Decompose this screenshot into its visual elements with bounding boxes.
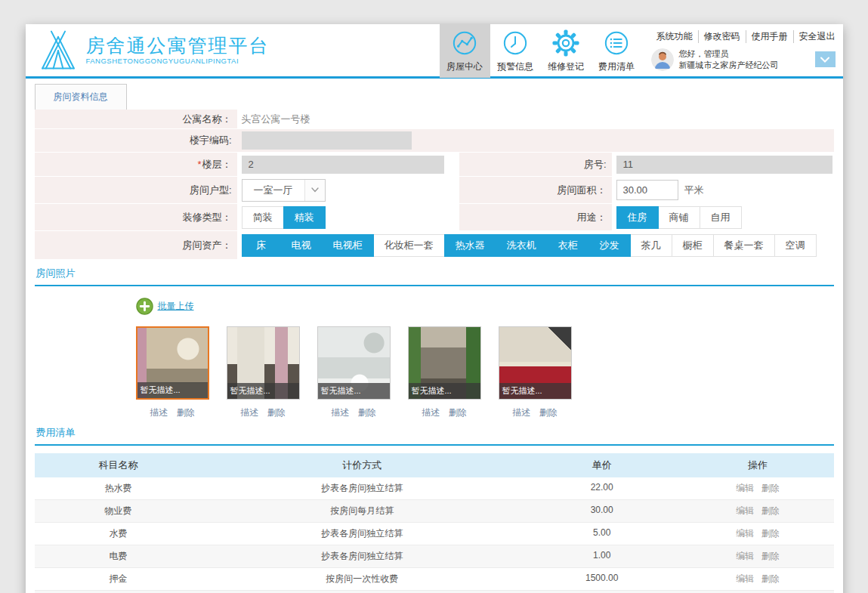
fee-delete-link[interactable]: 删除 [761,505,780,516]
photo-describe-link[interactable]: 描述 [422,407,440,418]
fee-edit-link[interactable]: 编辑 [736,483,754,493]
fees-table-body: 热水费 抄表各房间独立结算 22.00 编辑 删除 物业费 按房间每月结算 30… [35,477,834,593]
fee-delete-link[interactable]: 删除 [761,573,780,584]
photo-describe-link[interactable]: 描述 [150,407,168,418]
usage-option[interactable]: 商铺 [658,206,700,229]
photos-section-title: 房间照片 [35,260,834,286]
header-right: 系统功能 修改密码 使用手册 安全退出 您好，管理员 新疆城市之家房产经纪公司 [651,30,837,71]
tab-bar: 房间资料信息 [26,79,843,110]
asset-option[interactable]: 化妆柜一套 [373,234,445,257]
room-photo-thumbnail[interactable]: 暂无描述... [136,326,209,400]
photo-describe-link[interactable]: 描述 [331,407,349,418]
fee-pricing-method: 按房间一次性收费 [202,568,522,590]
photo-describe-link[interactable]: 描述 [512,407,530,418]
row-assets: 房间资产： 床 电视 电视柜 化妆柜一套 热水器 洗衣机 [35,231,834,260]
asset-option[interactable]: 沙发 [588,234,631,257]
photo-actions: 描述 删除 [499,406,572,419]
photo-item: 暂无描述... 描述 删除 [136,326,209,419]
room-photo-thumbnail[interactable]: 暂无描述... [317,326,391,400]
chevron-down-icon [304,180,325,201]
photo-delete-link[interactable]: 删除 [539,407,558,418]
asset-option[interactable]: 餐桌一套 [713,234,775,257]
fees-table: 科目名称 计价方式 单价 操作 热水费 抄表各房间独立结算 22.00 编辑 删… [35,453,834,593]
nav-item-fee-list[interactable]: 费用清单 [592,23,642,78]
usage-label: 用途： [459,204,612,230]
batch-upload-link[interactable]: 批量上传 [158,300,194,313]
photo-actions: 描述 删除 [227,406,300,419]
nav-item-house-center[interactable]: 房屋中心 [440,23,490,78]
decoration-label: 装修类型： [35,204,237,230]
room-photo-thumbnail[interactable]: 暂无描述... [408,326,481,400]
asset-option[interactable]: 茶几 [630,234,672,257]
photo-delete-link[interactable]: 删除 [358,407,376,418]
asset-option[interactable]: 床 [242,234,281,257]
room-area-field[interactable] [616,180,678,200]
room-photo-thumbnail[interactable]: 暂无描述... [227,326,300,400]
decoration-option[interactable]: 简装 [242,206,284,229]
room-photo-thumbnail[interactable]: 暂无描述... [499,326,572,400]
asset-option[interactable]: 橱柜 [672,234,714,257]
fee-name: 水费 [35,523,202,545]
photo-delete-link[interactable]: 删除 [267,407,286,418]
photo-caption: 暂无描述... [409,383,480,399]
link-system-functions[interactable]: 系统功能 [651,30,698,43]
fee-edit-link[interactable]: 编辑 [736,551,754,561]
asset-option[interactable]: 热水器 [444,234,496,257]
apartment-name-value: 头宫公寓一号楼 [242,113,310,126]
asset-option[interactable]: 空调 [774,234,817,257]
add-plus-icon[interactable] [136,298,153,315]
asset-options: 床 电视 电视柜 化妆柜一套 热水器 洗衣机 衣柜 沙发 [242,234,816,257]
fee-delete-link[interactable]: 删除 [761,483,780,493]
link-logout[interactable]: 安全退出 [793,30,836,43]
asset-option[interactable]: 电视柜 [322,234,374,257]
asset-option[interactable]: 电视 [280,234,323,257]
photo-actions: 描述 删除 [408,406,481,419]
usage-option[interactable]: 住房 [616,206,659,229]
nav-item-maintenance[interactable]: 维修登记 [541,23,592,78]
photo-caption: 暂无描述... [137,382,208,398]
photo-delete-link[interactable]: 删除 [177,407,195,418]
photo-item: 暂无描述... 描述 删除 [317,326,391,419]
fee-edit-link[interactable]: 编辑 [736,573,754,584]
app-title-block: 房舍通公寓管理平台 FANGSHETONGGONGYUGUANLIPINGTAI [86,36,270,65]
nav-label: 预警信息 [497,60,533,73]
asset-option[interactable]: 衣柜 [547,234,589,257]
usage-option[interactable]: 自用 [700,206,742,229]
room-no-field [616,156,832,174]
fee-actions: 编辑 删除 [681,523,833,545]
link-change-password[interactable]: 修改密码 [698,30,746,43]
room-no-label: 房号: [459,153,612,176]
room-type-label: 房间户型: [35,177,237,203]
fee-edit-link[interactable]: 编辑 [736,505,754,516]
floor-field [242,156,444,174]
fee-name: 物业费 [35,500,202,522]
tent-logo-icon [36,29,80,73]
photo-caption: 暂无描述... [499,383,571,399]
col-header-subject: 科目名称 [35,453,202,477]
fee-edit-link[interactable]: 编辑 [736,528,754,539]
room-form: 公寓名称： 头宫公寓一号楼 楼宇编码: *楼层： 房号: 房间户型: [35,110,834,260]
photo-delete-link[interactable]: 删除 [449,407,467,418]
tab-room-info[interactable]: 房间资料信息 [35,84,127,110]
fee-row: 物业费 按房间每月结算 30.00 编辑 删除 [35,500,834,523]
assets-label: 房间资产： [35,231,237,259]
main-window: 房舍通公寓管理平台 FANGSHETONGGONGYUGUANLIPINGTAI [26,24,843,593]
decoration-options: 简装 精装 [242,206,325,229]
room-type-select[interactable]: 一室一厅 [242,179,326,202]
col-header-actions: 操作 [681,453,833,477]
building-code-label: 楼宇编码: [35,129,237,152]
gear-icon [551,28,581,58]
fee-name: 押金 [35,568,202,590]
fee-delete-link[interactable]: 删除 [761,528,780,539]
fees-table-header: 科目名称 计价方式 单价 操作 [35,453,834,477]
asset-option[interactable]: 洗衣机 [496,234,548,257]
link-user-manual[interactable]: 使用手册 [746,30,793,43]
fee-row: 押金 按房间一次性收费 1500.00 编辑 删除 [35,568,834,591]
photo-caption: 暂无描述... [227,383,299,399]
nav-item-warning-info[interactable]: 预警信息 [490,23,541,78]
decoration-option[interactable]: 精装 [283,206,326,229]
chevron-down-icon[interactable] [815,51,836,67]
photo-describe-link[interactable]: 描述 [240,407,258,418]
fee-delete-link[interactable]: 删除 [761,551,780,561]
app-logo: 房舍通公寓管理平台 FANGSHETONGGONGYUGUANLIPINGTAI [36,29,270,73]
